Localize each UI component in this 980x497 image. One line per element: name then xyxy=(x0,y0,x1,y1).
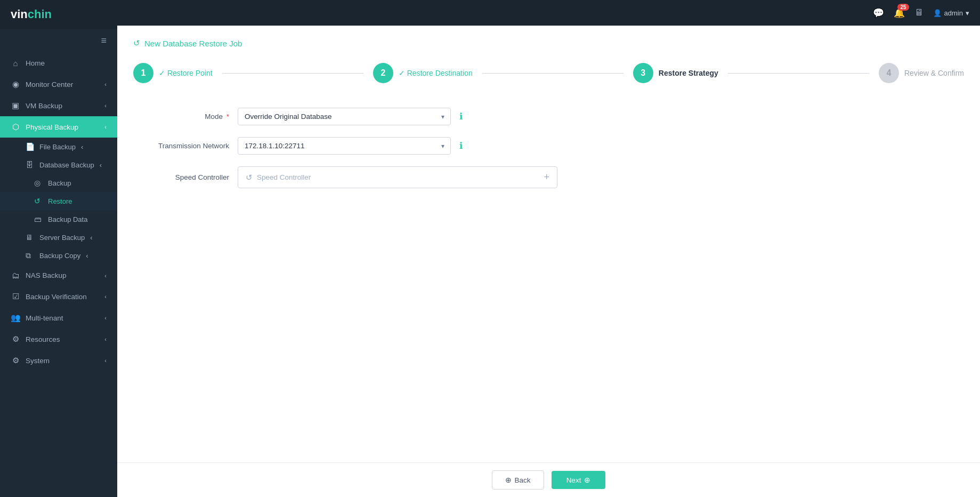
backup-copy-icon: ⧉ xyxy=(26,251,34,260)
logo: vinchin xyxy=(0,0,117,29)
sidebar-sub-label: Backup xyxy=(48,179,71,187)
form-row-speed-controller: Speed Controller ↺ Speed Controller + xyxy=(133,166,613,188)
chevron-icon: ‹ xyxy=(104,336,107,342)
resources-icon: ⚙ xyxy=(11,334,20,344)
sidebar-item-monitor-center[interactable]: ◉ Monitor Center ‹ xyxy=(0,74,117,95)
step-circle-3: 3 xyxy=(633,63,653,83)
sidebar-item-file-backup[interactable]: 📄 File Backup ‹ xyxy=(0,138,117,156)
transmission-select[interactable]: 172.18.1.10:22711 xyxy=(238,137,451,155)
chevron-icon: ‹ xyxy=(81,143,83,151)
sidebar-sub-label: Backup Copy xyxy=(39,252,80,260)
mode-select[interactable]: Override Original Database Restore to Ne… xyxy=(238,108,451,125)
multi-tenant-icon: 👥 xyxy=(11,313,20,323)
chevron-icon: ‹ xyxy=(86,252,88,260)
step-circle-4: 4 xyxy=(879,63,899,83)
form-row-mode: Mode * Override Original Database Restor… xyxy=(133,108,613,125)
step-divider-3 xyxy=(728,73,869,74)
step-label-3: Restore Strategy xyxy=(659,69,718,77)
sidebar-item-backup[interactable]: ◎ Backup xyxy=(0,174,117,192)
step-circle-2: 2 xyxy=(373,63,393,83)
transmission-info-icon[interactable]: ℹ xyxy=(459,140,463,151)
sidebar-item-database-backup[interactable]: 🗄 Database Backup ‹ xyxy=(0,156,117,174)
sidebar-item-label: System xyxy=(26,357,50,365)
system-icon: ⚙ xyxy=(11,356,20,365)
step-restore-destination: 2 ✓ Restore Destination xyxy=(373,63,473,83)
chevron-icon: ‹ xyxy=(104,81,107,87)
step-restore-point: 1 ✓ Restore Point xyxy=(133,63,213,83)
verification-icon: ☑ xyxy=(11,292,20,301)
sidebar-item-label: Backup Verification xyxy=(26,293,87,301)
sidebar-item-label: Physical Backup xyxy=(26,123,78,131)
sidebar-item-label: Resources xyxy=(26,335,60,343)
form-area: Mode * Override Original Database Restor… xyxy=(133,102,613,188)
sidebar-item-label: Monitor Center xyxy=(26,81,73,89)
speed-controller-icon: ↺ xyxy=(246,173,253,182)
sidebar-item-vm-backup[interactable]: ▣ VM Backup ‹ xyxy=(0,95,117,116)
mode-select-wrap: Override Original Database Restore to Ne… xyxy=(238,108,451,125)
step-circle-1: 1 xyxy=(133,63,153,83)
chevron-icon: ‹ xyxy=(100,161,102,169)
sidebar-sub-label: Database Backup xyxy=(39,161,94,169)
sidebar-item-backup-copy[interactable]: ⧉ Backup Copy ‹ xyxy=(0,246,117,265)
step-label-4: Review & Confirm xyxy=(904,69,964,77)
speed-controller-box[interactable]: ↺ Speed Controller + xyxy=(238,166,557,188)
main-content: 💬 🔔 25 🖥 👤 admin ▾ ↺ New Database Restor… xyxy=(117,26,980,497)
speed-controller-label: Speed Controller xyxy=(133,173,229,181)
sidebar-item-backup-data[interactable]: 🗃 Backup Data xyxy=(0,210,117,228)
restore-icon: ↺ xyxy=(34,197,43,205)
next-label: Next xyxy=(566,476,581,484)
step-label-1: ✓ Restore Point xyxy=(159,69,213,77)
mode-label: Mode * xyxy=(133,113,229,121)
back-button[interactable]: ⊕ Back xyxy=(492,470,544,490)
chevron-icon: ‹ xyxy=(104,357,107,364)
page-title: New Database Restore Job xyxy=(144,39,242,48)
physical-backup-icon: ⬡ xyxy=(11,122,20,132)
sidebar-item-label: VM Backup xyxy=(26,102,62,110)
step-review-confirm: 4 Review & Confirm xyxy=(879,63,964,83)
next-button[interactable]: Next ⊕ xyxy=(552,471,606,489)
sidebar-item-label: Home xyxy=(26,59,45,67)
sidebar-sub-label: Restore xyxy=(48,197,72,205)
chevron-icon: ‹ xyxy=(104,124,107,130)
sidebar-item-restore[interactable]: ↺ Restore xyxy=(0,192,117,210)
backup-data-icon: 🗃 xyxy=(34,215,43,223)
page-header: ↺ New Database Restore Job xyxy=(133,38,964,48)
sidebar-item-system[interactable]: ⚙ System ‹ xyxy=(0,350,117,371)
sidebar-item-resources[interactable]: ⚙ Resources ‹ xyxy=(0,328,117,350)
step-divider-1 xyxy=(222,73,363,74)
mode-info-icon[interactable]: ℹ xyxy=(459,111,463,122)
speed-controller-left: ↺ Speed Controller xyxy=(246,173,311,182)
speed-add-icon[interactable]: + xyxy=(544,172,549,183)
sidebar-item-backup-verification[interactable]: ☑ Backup Verification ‹ xyxy=(0,286,117,307)
file-backup-icon: 📄 xyxy=(26,142,34,151)
sidebar-item-server-backup[interactable]: 🖥 Server Backup ‹ xyxy=(0,228,117,246)
chevron-icon: ‹ xyxy=(104,315,107,321)
server-icon: 🖥 xyxy=(26,233,34,242)
database-icon: 🗄 xyxy=(26,161,34,169)
chevron-icon: ‹ xyxy=(90,234,92,242)
speed-controller-placeholder: Speed Controller xyxy=(257,173,311,181)
step-label-2: ✓ Restore Destination xyxy=(399,69,473,77)
sidebar-sub-label: Server Backup xyxy=(39,234,85,242)
next-icon: ⊕ xyxy=(584,476,590,484)
content-area: ↺ New Database Restore Job 1 ✓ Restore P… xyxy=(117,26,980,462)
step-check-1: ✓ xyxy=(159,69,167,77)
sidebar-item-label: Multi-tenant xyxy=(26,314,63,322)
step-divider-2 xyxy=(482,73,623,74)
required-indicator: * xyxy=(226,113,229,121)
sidebar-item-nas-backup[interactable]: 🗂 NAS Backup ‹ xyxy=(0,265,117,286)
sidebar-item-physical-backup[interactable]: ⬡ Physical Backup ‹ xyxy=(0,116,117,138)
step-check-2: ✓ xyxy=(399,69,407,77)
sidebar-toggle-button[interactable]: ≡ xyxy=(0,29,117,53)
transmission-label: Transmission Network xyxy=(133,142,229,150)
sidebar-item-label: NAS Backup xyxy=(26,271,67,279)
sidebar-item-multi-tenant[interactable]: 👥 Multi-tenant ‹ xyxy=(0,307,117,328)
chevron-icon: ‹ xyxy=(104,272,107,279)
stepper: 1 ✓ Restore Point 2 ✓ Restore Destinatio… xyxy=(133,63,964,83)
back-icon: ⊕ xyxy=(505,476,512,484)
monitor-icon: ◉ xyxy=(11,79,20,89)
chevron-icon: ‹ xyxy=(104,102,107,109)
sidebar-item-home[interactable]: ⌂ Home xyxy=(0,53,117,74)
chevron-icon: ‹ xyxy=(104,293,107,300)
sidebar-sub-label: File Backup xyxy=(39,143,76,151)
